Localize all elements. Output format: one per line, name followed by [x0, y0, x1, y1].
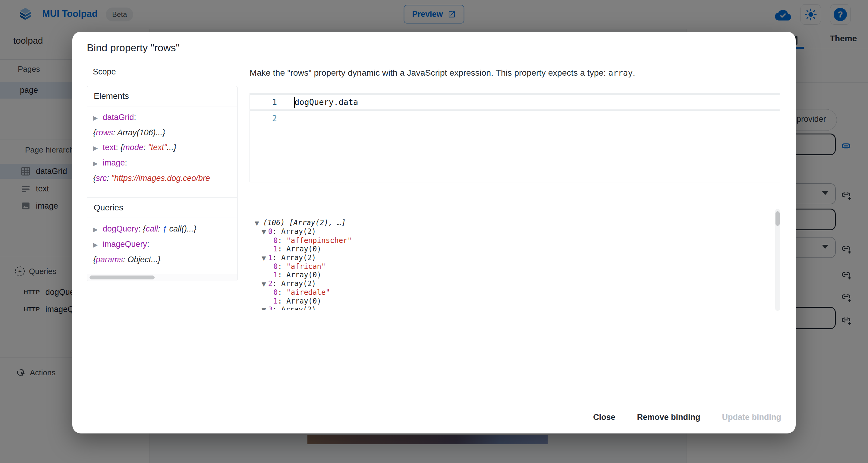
json-tree-row[interactable]: ▼2: Array(2) — [255, 279, 775, 288]
tree-line: {rows: Array(106)...} — [93, 125, 237, 140]
line-number: 1 — [250, 97, 284, 107]
editor-line-2[interactable]: 2 — [250, 111, 780, 126]
json-tree-row[interactable]: ▼3: Array(2) — [255, 305, 775, 310]
tree-line[interactable]: ▶ dataGrid: — [93, 110, 237, 125]
horizontal-scrollbar[interactable] — [87, 274, 237, 281]
elements-tree: ▶ dataGrid: {rows: Array(106)...} ▶ text… — [87, 106, 237, 197]
scrollbar-thumb[interactable] — [90, 276, 155, 279]
json-tree-row[interactable]: ▼ (106) [Array(2), …] — [255, 219, 775, 227]
expression-code-editor[interactable]: 1 dogQuery.data 2 — [250, 93, 780, 182]
close-button[interactable]: Close — [588, 409, 620, 426]
vertical-scrollbar[interactable] — [775, 209, 780, 311]
json-tree-row: 0: "african" — [255, 262, 775, 271]
scope-label: Scope — [93, 67, 116, 76]
tree-line[interactable]: ▶ text: {mode: "text"...} — [93, 140, 237, 156]
scope-panel: Elements ▶ dataGrid: {rows: Array(106)..… — [87, 86, 238, 281]
update-binding-button[interactable]: Update binding — [717, 409, 786, 426]
evaluated-value-tree: ▼ (106) [Array(2), …] ▼0: Array(2) 0: "a… — [252, 210, 775, 310]
dialog-description: Make the "rows" property dynamic with a … — [250, 68, 635, 78]
tree-line: {src: "https://images.dog.ceo/bre — [93, 171, 237, 186]
json-tree-row[interactable]: ▼0: Array(2) — [255, 227, 775, 236]
tree-line: {params: Object...} — [93, 252, 237, 267]
elements-header: Elements — [87, 86, 237, 106]
line-number: 2 — [250, 114, 284, 123]
dialog-title: Bind property "rows" — [87, 42, 180, 54]
queries-tree: ▶ dogQuery: {call: ƒ call()...} ▶ imageQ… — [87, 218, 237, 270]
json-tree-row[interactable]: ▼1: Array(2) — [255, 253, 775, 262]
tree-line[interactable]: ▶ image: — [93, 156, 237, 171]
tree-line[interactable]: ▶ imageQuery: — [93, 237, 237, 252]
json-tree-row: 1: Array(0) — [255, 245, 775, 253]
json-tree-row: 1: Array(0) — [255, 297, 775, 305]
json-tree-row: 0: "airedale" — [255, 288, 775, 297]
json-tree-row: 1: Array(0) — [255, 271, 775, 279]
queries-header: Queries — [87, 197, 237, 218]
editor-line-1[interactable]: 1 dogQuery.data — [250, 95, 780, 111]
bind-property-dialog: Bind property "rows" Scope Elements ▶ da… — [72, 32, 796, 433]
code-text: dogQuery.data — [294, 97, 358, 107]
remove-binding-button[interactable]: Remove binding — [632, 409, 705, 426]
json-tree-row: 0: "affenpinscher" — [255, 236, 775, 245]
tree-line[interactable]: ▶ dogQuery: {call: ƒ call()...} — [93, 221, 237, 237]
dialog-actions: Close Remove binding Update binding — [588, 409, 786, 426]
scrollbar-thumb[interactable] — [775, 211, 780, 226]
